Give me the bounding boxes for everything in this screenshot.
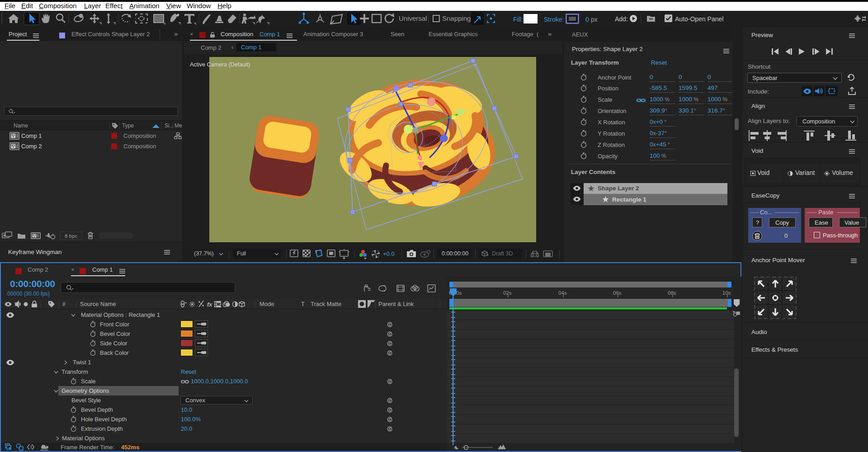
svg-text:06s: 06s [613, 290, 622, 296]
svg-text:02s: 02s [503, 290, 512, 296]
svg-text:10s: 10s [722, 290, 731, 296]
svg-text:fx: fx [207, 301, 212, 308]
svg-text:Snapping: Snapping [442, 14, 471, 22]
svg-text:Universal: Universal [399, 14, 427, 22]
svg-text:04s: 04s [558, 290, 567, 296]
svg-text:08s: 08s [668, 290, 676, 296]
svg-text:8 bpc: 8 bpc [65, 233, 77, 239]
